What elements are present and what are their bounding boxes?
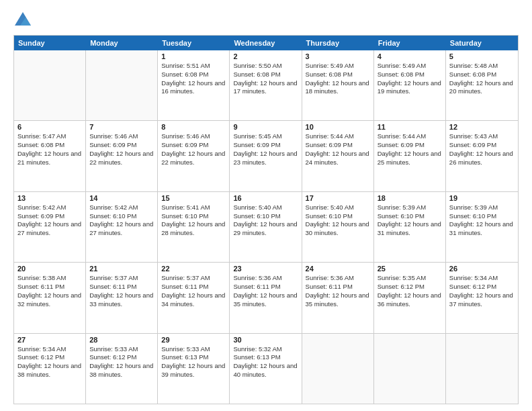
logo-icon — [13, 11, 32, 30]
day-number: 2 — [233, 52, 298, 60]
sunrise-text: Sunrise: 5:40 AM — [233, 203, 298, 212]
daylight-text: Daylight: 12 hours and 31 minutes. — [449, 220, 515, 238]
sunrise-text: Sunrise: 5:46 AM — [89, 132, 154, 141]
sunrise-text: Sunrise: 5:34 AM — [449, 274, 515, 283]
calendar-cell — [86, 50, 158, 120]
sunset-text: Sunset: 6:09 PM — [17, 212, 82, 221]
day-number: 8 — [161, 123, 226, 131]
sunset-text: Sunset: 6:09 PM — [378, 141, 442, 150]
calendar-cell: 28 Sunrise: 5:33 AM Sunset: 6:12 PM Dayl… — [86, 334, 158, 404]
sunrise-text: Sunrise: 5:44 AM — [378, 132, 442, 141]
calendar-cell: 23 Sunrise: 5:36 AM Sunset: 6:11 PM Dayl… — [230, 263, 302, 332]
calendar-cell: 10 Sunrise: 5:44 AM Sunset: 6:09 PM Dayl… — [302, 121, 374, 191]
day-number: 17 — [306, 194, 370, 202]
calendar-cell: 24 Sunrise: 5:36 AM Sunset: 6:11 PM Dayl… — [302, 263, 374, 332]
daylight-text: Daylight: 12 hours and 37 minutes. — [449, 291, 515, 309]
day-number: 28 — [89, 336, 154, 344]
calendar-cell: 13 Sunrise: 5:42 AM Sunset: 6:09 PM Dayl… — [14, 192, 86, 262]
sunset-text: Sunset: 6:11 PM — [233, 283, 298, 291]
day-number: 15 — [161, 194, 226, 202]
page: SundayMondayTuesdayWednesdayThursdayFrid… — [0, 0, 532, 411]
day-number: 14 — [89, 194, 154, 202]
sunset-text: Sunset: 6:08 PM — [449, 71, 515, 79]
header-day-wednesday: Wednesday — [230, 36, 302, 50]
calendar-cell: 2 Sunrise: 5:50 AM Sunset: 6:08 PM Dayli… — [230, 50, 302, 120]
daylight-text: Daylight: 12 hours and 22 minutes. — [161, 150, 226, 167]
daylight-text: Daylight: 12 hours and 19 minutes. — [378, 79, 442, 97]
sunset-text: Sunset: 6:08 PM — [17, 141, 82, 150]
sunset-text: Sunset: 6:11 PM — [161, 283, 226, 291]
sunrise-text: Sunrise: 5:48 AM — [449, 62, 515, 71]
sunrise-text: Sunrise: 5:42 AM — [17, 203, 82, 212]
calendar-cell: 3 Sunrise: 5:49 AM Sunset: 6:08 PM Dayli… — [302, 50, 374, 120]
day-number: 19 — [449, 194, 515, 202]
calendar-cell: 22 Sunrise: 5:37 AM Sunset: 6:11 PM Dayl… — [158, 263, 230, 332]
sunrise-text: Sunrise: 5:43 AM — [449, 132, 515, 141]
sunset-text: Sunset: 6:10 PM — [89, 212, 154, 221]
daylight-text: Daylight: 12 hours and 32 minutes. — [17, 291, 82, 309]
calendar-cell: 7 Sunrise: 5:46 AM Sunset: 6:09 PM Dayli… — [86, 121, 158, 191]
daylight-text: Daylight: 12 hours and 38 minutes. — [89, 362, 154, 379]
calendar-cell — [302, 334, 374, 404]
calendar-cell: 5 Sunrise: 5:48 AM Sunset: 6:08 PM Dayli… — [446, 50, 518, 120]
sunset-text: Sunset: 6:09 PM — [233, 141, 298, 150]
sunrise-text: Sunrise: 5:39 AM — [378, 203, 442, 212]
daylight-text: Daylight: 12 hours and 22 minutes. — [89, 150, 154, 167]
sunrise-text: Sunrise: 5:51 AM — [161, 62, 226, 71]
day-number: 26 — [449, 265, 515, 273]
calendar-cell: 1 Sunrise: 5:51 AM Sunset: 6:08 PM Dayli… — [158, 50, 230, 120]
sunset-text: Sunset: 6:10 PM — [306, 212, 370, 221]
daylight-text: Daylight: 12 hours and 23 minutes. — [233, 150, 298, 167]
sunset-text: Sunset: 6:11 PM — [17, 283, 82, 291]
sunrise-text: Sunrise: 5:33 AM — [89, 345, 154, 354]
sunset-text: Sunset: 6:08 PM — [161, 71, 226, 79]
sunrise-text: Sunrise: 5:37 AM — [89, 274, 154, 283]
sunrise-text: Sunrise: 5:33 AM — [161, 345, 226, 354]
calendar-row-1: 1 Sunrise: 5:51 AM Sunset: 6:08 PM Dayli… — [14, 50, 518, 121]
daylight-text: Daylight: 12 hours and 26 minutes. — [449, 150, 515, 167]
sunrise-text: Sunrise: 5:47 AM — [17, 132, 82, 141]
calendar-cell: 18 Sunrise: 5:39 AM Sunset: 6:10 PM Dayl… — [374, 192, 446, 262]
sunset-text: Sunset: 6:09 PM — [89, 141, 154, 150]
day-number: 11 — [378, 123, 442, 131]
sunset-text: Sunset: 6:10 PM — [161, 212, 226, 221]
day-number: 18 — [378, 194, 442, 202]
calendar-cell: 25 Sunrise: 5:35 AM Sunset: 6:12 PM Dayl… — [374, 263, 446, 332]
daylight-text: Daylight: 12 hours and 35 minutes. — [233, 291, 298, 309]
day-number: 9 — [233, 123, 298, 131]
sunset-text: Sunset: 6:09 PM — [161, 141, 226, 150]
day-number: 7 — [89, 123, 154, 131]
calendar-header: SundayMondayTuesdayWednesdayThursdayFrid… — [14, 36, 518, 50]
daylight-text: Daylight: 12 hours and 34 minutes. — [161, 291, 226, 309]
sunrise-text: Sunrise: 5:39 AM — [449, 203, 515, 212]
daylight-text: Daylight: 12 hours and 36 minutes. — [378, 291, 442, 309]
sunrise-text: Sunrise: 5:34 AM — [17, 345, 82, 354]
sunset-text: Sunset: 6:12 PM — [89, 353, 154, 362]
calendar-cell: 21 Sunrise: 5:37 AM Sunset: 6:11 PM Dayl… — [86, 263, 158, 332]
calendar-cell: 16 Sunrise: 5:40 AM Sunset: 6:10 PM Dayl… — [230, 192, 302, 262]
daylight-text: Daylight: 12 hours and 25 minutes. — [378, 150, 442, 167]
daylight-text: Daylight: 12 hours and 30 minutes. — [306, 220, 370, 238]
daylight-text: Daylight: 12 hours and 20 minutes. — [449, 79, 515, 97]
calendar-cell: 29 Sunrise: 5:33 AM Sunset: 6:13 PM Dayl… — [158, 334, 230, 404]
day-number: 23 — [233, 265, 298, 273]
day-number: 24 — [306, 265, 370, 273]
sunset-text: Sunset: 6:11 PM — [306, 283, 370, 291]
calendar-row-5: 27 Sunrise: 5:34 AM Sunset: 6:12 PM Dayl… — [14, 334, 518, 404]
day-number: 22 — [161, 265, 226, 273]
calendar-cell: 19 Sunrise: 5:39 AM Sunset: 6:10 PM Dayl… — [446, 192, 518, 262]
daylight-text: Daylight: 12 hours and 29 minutes. — [233, 220, 298, 238]
daylight-text: Daylight: 12 hours and 27 minutes. — [17, 220, 82, 238]
sunset-text: Sunset: 6:12 PM — [378, 283, 442, 291]
day-number: 21 — [89, 265, 154, 273]
daylight-text: Daylight: 12 hours and 35 minutes. — [306, 291, 370, 309]
sunrise-text: Sunrise: 5:49 AM — [306, 62, 370, 71]
daylight-text: Daylight: 12 hours and 24 minutes. — [306, 150, 370, 167]
sunrise-text: Sunrise: 5:36 AM — [306, 274, 370, 283]
calendar-cell: 17 Sunrise: 5:40 AM Sunset: 6:10 PM Dayl… — [302, 192, 374, 262]
calendar-row-3: 13 Sunrise: 5:42 AM Sunset: 6:09 PM Dayl… — [14, 192, 518, 263]
calendar-cell — [14, 50, 86, 120]
calendar-cell: 30 Sunrise: 5:32 AM Sunset: 6:13 PM Dayl… — [230, 334, 302, 404]
sunrise-text: Sunrise: 5:42 AM — [89, 203, 154, 212]
calendar-cell — [374, 334, 446, 404]
